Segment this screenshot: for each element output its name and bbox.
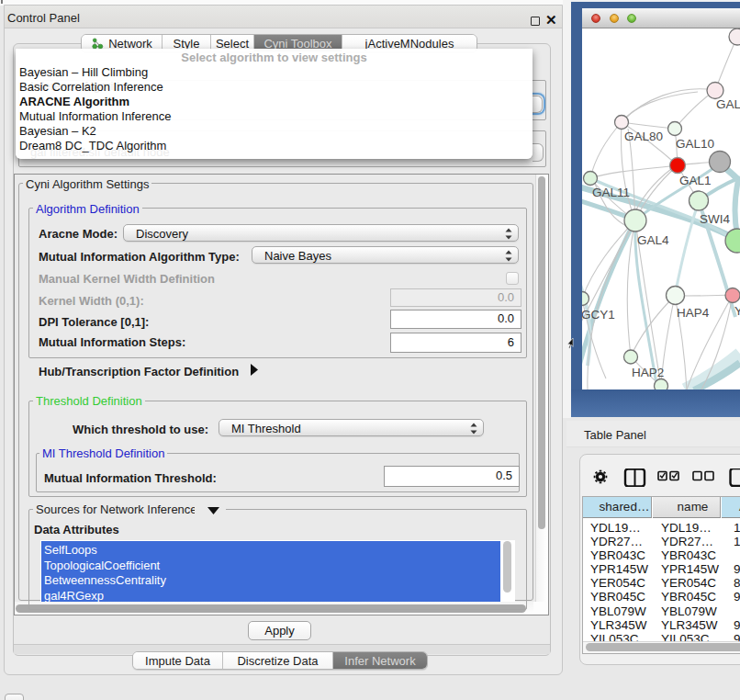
svg-text:GAL11: GAL11 [592,186,630,199]
svg-text:HAP2: HAP2 [632,366,664,379]
svg-text:SWI4: SWI4 [700,212,730,226]
svg-text:GCY1: GCY1 [582,308,615,322]
svg-text:GAL1: GAL1 [679,174,712,187]
svg-text:GAL10: GAL10 [676,137,714,151]
svg-text:GAL4: GAL4 [637,233,669,247]
svg-text:GAL7: GAL7 [716,97,740,111]
svg-text:GAL80: GAL80 [624,130,663,143]
svg-text:HAP4: HAP4 [677,306,710,320]
svg-text:YE: YE [734,304,740,318]
